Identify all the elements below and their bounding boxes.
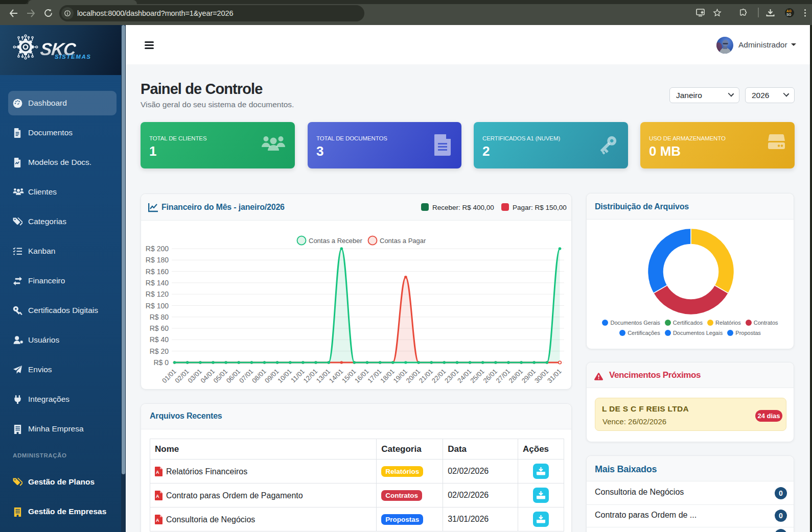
svg-text:22/01: 22/01 xyxy=(430,368,448,385)
svg-text:Contas a Pagar: Contas a Pagar xyxy=(380,237,426,245)
svg-text:R$ 100: R$ 100 xyxy=(146,302,169,310)
svg-text:31/01: 31/01 xyxy=(546,368,563,385)
svg-text:26/01: 26/01 xyxy=(481,368,499,385)
svg-text:21/01: 21/01 xyxy=(417,368,435,385)
svg-text:R$ 20: R$ 20 xyxy=(150,347,169,355)
svg-text:R$ 120: R$ 120 xyxy=(146,290,169,298)
svg-text:A: A xyxy=(156,494,159,499)
svg-text:08/01: 08/01 xyxy=(250,368,268,385)
svg-text:01/01: 01/01 xyxy=(160,368,178,385)
svg-text:R$ 160: R$ 160 xyxy=(146,268,169,276)
svg-text:11/01: 11/01 xyxy=(289,368,306,384)
svg-text:13/01: 13/01 xyxy=(315,368,332,385)
svg-text:14/01: 14/01 xyxy=(328,368,345,385)
svg-text:06/01: 06/01 xyxy=(225,368,242,385)
svg-text:03/01: 03/01 xyxy=(186,368,203,385)
svg-text:16/01: 16/01 xyxy=(353,368,370,385)
svg-text:29/01: 29/01 xyxy=(520,368,538,385)
svg-text:R$ 80: R$ 80 xyxy=(150,313,169,321)
svg-text:20/01: 20/01 xyxy=(405,368,422,385)
svg-text:25/01: 25/01 xyxy=(469,368,486,385)
svg-text:17/01: 17/01 xyxy=(366,368,383,385)
svg-text:23/01: 23/01 xyxy=(443,368,460,385)
svg-text:05/01: 05/01 xyxy=(212,368,229,385)
svg-text:09/01: 09/01 xyxy=(263,368,281,385)
svg-text:12/01: 12/01 xyxy=(302,368,319,385)
svg-text:07/01: 07/01 xyxy=(238,368,255,385)
svg-text:24/01: 24/01 xyxy=(456,368,473,385)
svg-text:04/01: 04/01 xyxy=(199,368,217,385)
svg-text:18/01: 18/01 xyxy=(379,368,396,385)
svg-text:15/01: 15/01 xyxy=(340,368,358,385)
svg-text:28/01: 28/01 xyxy=(507,368,525,385)
svg-text:02/01: 02/01 xyxy=(173,368,191,385)
svg-text:27/01: 27/01 xyxy=(495,368,512,385)
svg-text:R$ 140: R$ 140 xyxy=(146,279,169,287)
svg-text:R$ 200: R$ 200 xyxy=(146,245,169,253)
svg-text:10/01: 10/01 xyxy=(276,368,293,385)
svg-text:A: A xyxy=(156,518,159,523)
svg-text:R$ 180: R$ 180 xyxy=(146,256,169,264)
svg-text:R$ 40: R$ 40 xyxy=(150,335,169,344)
svg-text:Contas a Receber: Contas a Receber xyxy=(309,237,362,245)
svg-text:R$ 60: R$ 60 xyxy=(150,324,169,332)
svg-text:R$ 0: R$ 0 xyxy=(153,358,169,367)
svg-text:30/01: 30/01 xyxy=(533,368,550,385)
svg-text:19/01: 19/01 xyxy=(391,368,409,385)
svg-text:A: A xyxy=(156,470,159,475)
